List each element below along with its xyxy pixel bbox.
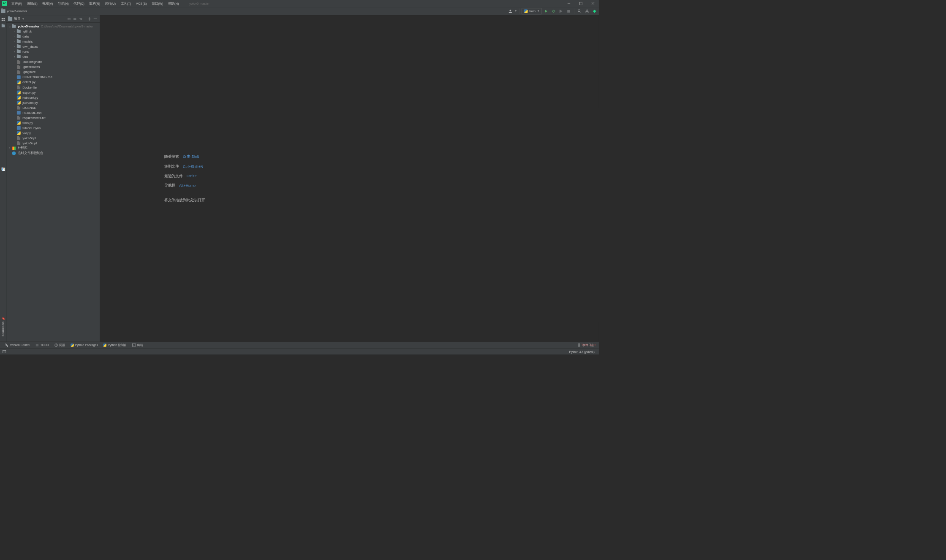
menu-item[interactable]: 文件(F) xyxy=(9,0,24,7)
welcome-label: 转到文件 xyxy=(164,164,179,169)
tree-item[interactable]: ›models xyxy=(6,39,100,44)
menu-item[interactable]: 编辑(E) xyxy=(24,0,40,7)
tree-item[interactable]: export.py xyxy=(6,90,100,95)
coverage-button[interactable] xyxy=(558,8,564,14)
maximize-button[interactable] xyxy=(575,0,587,7)
close-button[interactable] xyxy=(587,0,598,7)
chevron-down-icon[interactable]: ▼ xyxy=(22,17,24,20)
tree-item[interactable]: requirements.txt xyxy=(6,115,100,120)
project-title[interactable]: 项目 xyxy=(14,16,20,21)
tree-label: detect.py xyxy=(22,80,35,84)
chevron-right-icon[interactable]: › xyxy=(13,55,16,58)
tree-item[interactable]: LICENSE xyxy=(6,105,100,110)
tree-item[interactable]: ›runs xyxy=(6,49,100,54)
tree-item[interactable]: ›外部库 xyxy=(6,146,100,151)
tree-item[interactable]: hubconf.py xyxy=(6,95,100,100)
chevron-right-icon[interactable]: › xyxy=(13,40,16,43)
folder-icon xyxy=(12,25,16,28)
version-control-button[interactable]: Version Control xyxy=(2,342,33,348)
menu-item[interactable]: 导航(N) xyxy=(55,0,71,7)
commit-tool-button[interactable] xyxy=(0,23,6,29)
run-config-selector[interactable]: train ▼ xyxy=(522,8,542,14)
tree-item[interactable]: .gitignore xyxy=(6,70,100,75)
svg-point-25 xyxy=(89,18,90,19)
editor-area[interactable]: 随处搜索双击 Shift转到文件Ctrl+Shift+N最近的文件Ctrl+E导… xyxy=(100,15,599,342)
stop-button[interactable] xyxy=(565,8,572,14)
chevron-down-icon[interactable]: ▼ xyxy=(514,10,517,12)
python-console-button[interactable]: Python 控制台 xyxy=(101,342,129,348)
menu-item[interactable]: 视图(V) xyxy=(40,0,56,7)
tool-windows-button[interactable] xyxy=(2,349,7,354)
tree-item[interactable]: README.md xyxy=(6,110,100,115)
terminal-button[interactable]: 终端 xyxy=(129,342,146,348)
tree-item[interactable]: val.py xyxy=(6,130,100,135)
tree-label: .github xyxy=(22,30,32,33)
code-with-me-button[interactable] xyxy=(591,8,598,14)
menu-item[interactable]: 代码(C) xyxy=(71,0,87,7)
welcome-shortcut[interactable]: Ctrl+E xyxy=(187,174,197,178)
welcome-shortcut[interactable]: 双击 Shift xyxy=(183,154,199,159)
tree-item[interactable]: tutorial.ipynb xyxy=(6,125,100,130)
chevron-right-icon[interactable]: › xyxy=(13,35,16,38)
divider xyxy=(574,8,574,14)
tree-item[interactable]: ⌄yolov5-masterC:\Users\xieji\Downloads\y… xyxy=(6,24,100,29)
python-packages-button[interactable]: Python Packages xyxy=(68,342,101,348)
settings-button[interactable] xyxy=(584,8,590,14)
search-button[interactable] xyxy=(576,8,583,14)
left-tool-strip: 结构 📊 Bookmarks 🔖 xyxy=(0,15,6,342)
tree-item[interactable]: train.py xyxy=(6,120,100,125)
tree-label: json2txt.py xyxy=(22,100,38,104)
expand-all-button[interactable] xyxy=(72,16,78,22)
tree-item[interactable]: CONTRIBUTING.md xyxy=(6,75,100,80)
tree-item[interactable]: ›own_datas xyxy=(6,44,100,49)
tree-label: utils xyxy=(22,55,28,59)
window-controls xyxy=(563,0,598,7)
welcome-shortcut[interactable]: Alt+Home xyxy=(179,184,196,188)
debug-button[interactable] xyxy=(550,8,557,14)
user-icon[interactable] xyxy=(507,8,514,14)
problems-button[interactable]: 问题 xyxy=(52,342,68,348)
chevron-right-icon[interactable]: › xyxy=(8,147,12,150)
hide-button[interactable]: — xyxy=(93,16,98,22)
welcome-shortcut[interactable]: Ctrl+Shift+N xyxy=(183,164,203,168)
tree-item[interactable]: detect.py xyxy=(6,80,100,85)
tree-item[interactable]: .gitattributes xyxy=(6,65,100,70)
tree-item[interactable]: ›data xyxy=(6,34,100,39)
project-tree[interactable]: ⌄yolov5-masterC:\Users\xieji\Downloads\y… xyxy=(6,23,100,342)
tree-item[interactable]: yolov5l.pt xyxy=(6,135,100,141)
menu-item[interactable]: 工具(T) xyxy=(118,0,133,7)
file-icon xyxy=(17,85,21,89)
tree-item[interactable]: 临时文件和控制台 xyxy=(6,151,100,156)
tree-item[interactable]: ›utils xyxy=(6,54,100,59)
tree-item[interactable]: Dockerfile xyxy=(6,85,100,90)
tree-item[interactable]: yolov5s.pt xyxy=(6,141,100,146)
tree-item[interactable]: ›.github xyxy=(6,29,100,34)
folder-icon xyxy=(17,35,21,38)
menu-item[interactable]: VCS(S) xyxy=(133,0,149,7)
chevron-right-icon[interactable]: › xyxy=(13,30,16,33)
project-tool-button[interactable] xyxy=(0,17,6,22)
settings-icon[interactable] xyxy=(87,16,92,22)
minimize-button[interactable] xyxy=(563,0,574,7)
chevron-right-icon[interactable]: › xyxy=(13,50,16,53)
file-icon xyxy=(17,65,21,69)
chevron-down-icon[interactable]: ⌄ xyxy=(8,25,12,28)
chevron-right-icon[interactable]: › xyxy=(13,45,16,48)
menu-item[interactable]: 窗口(W) xyxy=(149,0,166,7)
tree-item[interactable]: .dockerignore xyxy=(6,60,100,65)
interpreter-status[interactable]: Python 3.7 (yolov5) xyxy=(569,350,595,353)
select-opened-file-button[interactable]: ◎ xyxy=(66,16,72,22)
watermark: Yinxn.com xyxy=(581,343,596,346)
menu-item[interactable]: 帮助(H) xyxy=(166,0,181,7)
collapse-all-button[interactable] xyxy=(78,16,84,22)
menu-item[interactable]: 重构(R) xyxy=(87,0,103,7)
structure-tool-button[interactable]: 结构 📊 xyxy=(0,166,5,175)
python-icon xyxy=(71,344,74,347)
bookmarks-tool-button[interactable]: Bookmarks 🔖 xyxy=(1,315,5,338)
todo-button[interactable]: TODO xyxy=(33,342,52,348)
welcome-tip: 最近的文件Ctrl+E xyxy=(164,173,599,178)
breadcrumb[interactable]: yolov5-master xyxy=(7,9,27,13)
run-button[interactable] xyxy=(543,8,549,14)
tree-item[interactable]: json2txt.py xyxy=(6,100,100,105)
menu-item[interactable]: 运行(U) xyxy=(103,0,118,7)
